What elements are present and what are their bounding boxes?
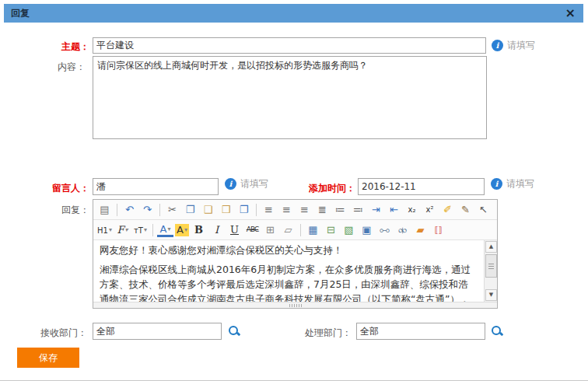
link-icon[interactable]: ⧟ <box>376 222 393 238</box>
info-icon <box>492 40 503 51</box>
reply-label: 回复： <box>31 204 89 217</box>
receive-dept-label: 接收部门： <box>31 327 87 340</box>
align-right-icon[interactable]: ≡ <box>296 201 313 218</box>
search-icon[interactable] <box>492 326 502 337</box>
hint-text: 请填写 <box>507 39 535 52</box>
search-icon[interactable] <box>229 326 240 337</box>
info-icon <box>491 178 502 190</box>
add-time-input[interactable] <box>358 178 485 195</box>
outdent-icon[interactable]: ⇤ <box>386 201 402 218</box>
format-brush-icon[interactable]: ✎ <box>457 201 474 218</box>
media-icon[interactable]: ▰ <box>412 222 429 238</box>
author-label: 留言人： <box>31 182 89 195</box>
eraser-icon[interactable]: ▱ <box>280 222 296 238</box>
hint-text: 请填写 <box>506 177 534 190</box>
editor-paragraph: 湘潭综合保税区线上商城从2016年6月初制定方案，在众多优质服务商进行海选，通过… <box>100 262 478 302</box>
horizontal-rule-icon[interactable]: ⊟ <box>323 222 339 238</box>
undo-icon[interactable]: ↶ <box>121 201 138 218</box>
strikethrough-icon[interactable]: ABC <box>244 222 261 238</box>
editor-body: 网友您好！衷心感谢您对湘潭综合保税区的关心与支持！湘潭综合保税区线上商城从201… <box>93 240 497 302</box>
editor-toolbar-row1: ▤↶↷✂❐❑❒❐≡≡≡≣≔≕⇥⇤x₂x²✐✎↖ <box>93 200 497 220</box>
superscript-icon[interactable]: x² <box>422 201 438 218</box>
toolbar-separator <box>152 224 153 236</box>
toolbar-separator <box>300 224 301 236</box>
scroll-up-icon[interactable]: ▲ <box>485 241 497 253</box>
editor-toolbar-row2: H1FтTAABIUABC⊞▱▦⊟▧▣⧟⧞▰⟦⟧ <box>93 220 497 240</box>
unlink-icon[interactable]: ⧞ <box>394 222 411 238</box>
close-icon[interactable]: × <box>565 7 576 19</box>
author-hint: 请填写 <box>225 177 268 190</box>
paste-text-icon[interactable]: ❒ <box>218 201 234 218</box>
highlight-icon[interactable]: A <box>175 224 189 236</box>
content-label: 内容： <box>31 61 86 74</box>
select-cursor-icon[interactable]: ↖ <box>475 201 492 218</box>
align-center-icon[interactable]: ≡ <box>278 201 295 218</box>
italic-icon[interactable]: I <box>208 222 225 238</box>
table-icon[interactable]: ▦ <box>305 222 321 238</box>
handle-dept-input[interactable] <box>356 323 485 340</box>
copy-icon[interactable]: ❐ <box>182 201 198 218</box>
underline-icon[interactable]: U <box>226 222 243 238</box>
author-input[interactable] <box>93 178 219 195</box>
unordered-list-icon[interactable]: ≕ <box>350 201 366 218</box>
scroll-down-icon[interactable]: ▼ <box>485 289 497 301</box>
editor-content[interactable]: 网友您好！衷心感谢您对湘潭综合保税区的关心与支持！湘潭综合保税区线上商城从201… <box>93 240 484 302</box>
heading-icon[interactable]: H1 <box>96 222 113 238</box>
save-button[interactable]: 保存 <box>17 348 79 368</box>
image-icon[interactable]: ▧ <box>341 222 357 238</box>
clean-format-icon[interactable]: ✐ <box>439 201 456 218</box>
handle-dept-label: 处理部门： <box>296 327 352 340</box>
subject-label: 主题： <box>31 40 89 54</box>
reply-dialog: 回复 × 主题： 请填写 内容： 请问宗保区的线上商城何时开发，是以招投标的形势… <box>0 0 588 381</box>
page-break-icon[interactable]: ⟦⟧ <box>430 222 446 238</box>
editor-paragraph: 网友您好！衷心感谢您对湘潭综合保税区的关心与支持！ <box>100 243 478 257</box>
paste-icon[interactable]: ❑ <box>200 201 216 218</box>
font-color-icon[interactable]: A <box>157 223 173 237</box>
resize-grip-icon <box>289 304 302 307</box>
toolbar-separator <box>117 204 117 216</box>
cut-icon[interactable]: ✂ <box>164 201 180 218</box>
flash-icon[interactable]: ▣ <box>359 222 375 238</box>
indent-icon[interactable]: ⇥ <box>368 201 384 218</box>
hint-text: 请填写 <box>240 177 268 190</box>
toolbar-separator <box>159 204 160 216</box>
subject-input[interactable] <box>93 37 486 54</box>
bold-icon[interactable]: B <box>191 222 207 238</box>
align-left-icon[interactable]: ≡ <box>261 201 277 218</box>
dialog-title: 回复 <box>11 7 30 20</box>
add-time-label: 添加时间： <box>296 182 355 195</box>
toolbar-separator <box>256 204 257 216</box>
source-icon[interactable]: ▤ <box>96 201 113 218</box>
subscript-icon[interactable]: x₂ <box>404 201 420 218</box>
justify-icon[interactable]: ≣ <box>314 201 331 218</box>
content-textarea[interactable]: 请问宗保区的线上商城何时开发，是以招投标的形势选服务商吗？ <box>93 56 487 139</box>
info-icon <box>225 178 236 190</box>
font-family-icon[interactable]: F <box>114 222 131 238</box>
paste-word-icon[interactable]: ❐ <box>236 201 252 218</box>
font-size-icon[interactable]: тT <box>132 222 149 238</box>
receive-dept-input[interactable] <box>93 323 222 340</box>
rich-text-editor: ▤↶↷✂❐❑❒❐≡≡≡≣≔≕⇥⇤x₂x²✐✎↖ H1FтTAABIUABC⊞▱▦… <box>93 199 498 309</box>
editor-scrollbar[interactable]: ▲ ▼ <box>484 240 497 302</box>
redo-icon[interactable]: ↷ <box>139 201 156 218</box>
scrollbar-thumb[interactable] <box>485 254 497 278</box>
subject-hint: 请填写 <box>492 39 535 52</box>
ordered-list-icon[interactable]: ≔ <box>332 201 348 218</box>
show-borders-icon[interactable]: ⊞ <box>262 222 278 238</box>
editor-resize-handle[interactable] <box>93 302 497 308</box>
dialog-titlebar: 回复 × <box>4 4 583 23</box>
add-time-hint: 请填写 <box>491 177 534 190</box>
